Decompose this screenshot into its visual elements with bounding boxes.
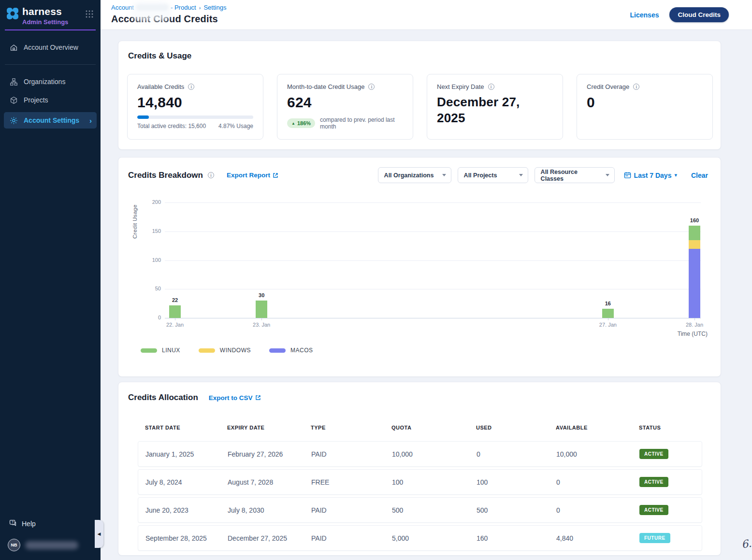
sidebar-bottom: ? Help NB — [0, 516, 101, 560]
col-expiry-date: EXPIRY DATE — [220, 425, 304, 431]
topbar-actions: Licenses Cloud Credits — [630, 7, 729, 22]
topbar: Account - Product › Settings Account Clo… — [101, 0, 752, 30]
col-used: USED — [469, 425, 549, 431]
status-badge: ACTIVE — [639, 477, 668, 487]
gridline — [165, 289, 701, 289]
x-tick-mark — [694, 318, 695, 320]
breadcrumb-product[interactable]: - Product — [171, 4, 196, 11]
breadcrumb[interactable]: Account - Product › Settings — [111, 4, 226, 11]
cell-quota: 10,000 — [385, 450, 469, 458]
sidebar-item-account-settings[interactable]: Account Settings › — [4, 112, 97, 129]
gear-icon — [9, 116, 18, 125]
sidebar-item-label: Account Settings — [24, 116, 79, 124]
info-icon[interactable] — [188, 84, 194, 90]
bar-total-label: 22 — [160, 297, 189, 303]
legend-swatch — [141, 348, 157, 353]
table-row[interactable]: June 20, 2023July 8, 2030PAID5005000ACTI… — [138, 497, 702, 523]
col-type: TYPE — [304, 425, 384, 431]
next-expiry-value: December 27, 2025 — [437, 94, 538, 127]
sidebar-collapse-handle[interactable]: ◀ — [95, 520, 103, 548]
breadcrumb-redacted — [136, 4, 168, 11]
export-csv-link[interactable]: Export to CSV — [209, 394, 261, 402]
help-button[interactable]: ? Help — [0, 516, 101, 532]
table-row[interactable]: September 28, 2025December 27, 2025PAID5… — [138, 525, 702, 551]
stat-mtd-usage: Month-to-date Credit Usage 624 ▲186% com… — [277, 74, 413, 140]
cloud-credits-button[interactable]: Cloud Credits — [669, 7, 729, 22]
info-icon[interactable] — [488, 84, 494, 90]
cell-used: 160 — [469, 534, 549, 542]
help-chat-icon: ? — [9, 519, 17, 529]
cell-expiry: February 27, 2026 — [220, 450, 304, 458]
cell-available: 0 — [549, 506, 632, 514]
bar-segment-linux[interactable] — [602, 309, 614, 318]
nav-divider — [5, 64, 96, 65]
bar-total-label: 30 — [247, 292, 276, 298]
bar-segment-linux[interactable] — [689, 226, 700, 240]
breadcrumb-account[interactable]: Account — [111, 4, 134, 11]
cube-icon — [9, 96, 18, 104]
sidebar-item-projects[interactable]: Projects — [0, 91, 101, 109]
trend-note: compared to prev. period last month — [320, 116, 403, 130]
credits-usage-title: Credits & Usage — [128, 51, 191, 61]
brand-row: harness Admin Settings — [0, 0, 101, 26]
help-label: Help — [22, 520, 36, 528]
sidebar-item-account-overview[interactable]: Account Overview — [0, 38, 101, 57]
user-name-redacted — [25, 541, 78, 549]
chart-x-axis-label: Time (UTC) — [678, 330, 708, 337]
cell-quota: 100 — [385, 478, 469, 486]
legend-item-macos[interactable]: MACOS — [269, 347, 313, 354]
harness-logo-icon — [6, 7, 19, 20]
cell-expiry: December 27, 2025 — [220, 534, 304, 542]
user-row[interactable]: NB — [0, 532, 101, 555]
stat-row: Available Credits 14,840 Total active cr… — [127, 74, 713, 140]
licenses-link[interactable]: Licenses — [630, 11, 659, 19]
sidebar-nav: Account Overview Organizations — [0, 38, 101, 129]
credit-overage-value: 0 — [587, 94, 703, 111]
table-row[interactable]: July 8, 2024August 7, 2028FREE1001000ACT… — [138, 469, 702, 495]
cell-expiry: July 8, 2030 — [220, 506, 304, 514]
sidebar: harness Admin Settings Account Overv — [0, 0, 101, 560]
y-tick-label: 50 — [143, 286, 161, 291]
bar-segment-macos[interactable] — [689, 249, 700, 318]
stat-available-credits: Available Credits 14,840 Total active cr… — [127, 74, 263, 140]
table-row[interactable]: January 1, 2025February 27, 2026PAID10,0… — [138, 441, 702, 467]
legend-label: MACOS — [290, 347, 313, 354]
info-icon[interactable] — [633, 84, 639, 90]
available-credits-value: 14,840 — [137, 94, 253, 111]
cell-used: 100 — [469, 478, 549, 486]
module-grid-icon[interactable] — [85, 10, 94, 18]
gridline — [165, 231, 701, 232]
cell-used: 500 — [469, 506, 549, 514]
svg-text:?: ? — [12, 520, 14, 524]
credits-usage-card: Credits & Usage Available Credits 14,840… — [118, 41, 721, 150]
bar-segment-linux[interactable] — [169, 305, 181, 318]
legend-item-windows[interactable]: WINDOWS — [199, 347, 251, 354]
info-icon[interactable] — [368, 84, 375, 90]
chart-legend: LINUXWINDOWSMACOS — [141, 347, 313, 354]
chart-y-axis-label: Credit Usage — [132, 204, 138, 239]
legend-item-linux[interactable]: LINUX — [141, 347, 180, 354]
external-link-icon — [255, 395, 261, 401]
bar-segment-windows[interactable] — [689, 240, 700, 249]
cell-start: January 1, 2025 — [138, 450, 220, 458]
allocation-table: START DATE EXPIRY DATE TYPE QUOTA USED A… — [138, 425, 702, 553]
table-body: January 1, 2025February 27, 2026PAID10,0… — [138, 441, 702, 551]
chart-plot: 0501001502002222. Jan3023. Jan1627. Jan1… — [165, 202, 701, 318]
credits-progress-fill — [137, 115, 149, 119]
page-title: Account Cloud Credits — [111, 14, 218, 25]
mtd-usage-value: 624 — [287, 94, 403, 111]
y-tick-label: 200 — [143, 199, 161, 205]
credits-breakdown-card: Credits Breakdown Export Report All Orga… — [118, 157, 721, 377]
cell-available: 0 — [549, 478, 632, 486]
cell-quota: 500 — [385, 506, 469, 514]
breadcrumb-settings[interactable]: Settings — [203, 4, 226, 11]
legend-swatch — [199, 348, 215, 353]
table-header-row: START DATE EXPIRY DATE TYPE QUOTA USED A… — [138, 425, 702, 431]
x-tick-label: 23. Jan — [240, 322, 283, 328]
bar-segment-linux[interactable] — [256, 301, 267, 318]
sidebar-item-organizations[interactable]: Organizations — [0, 72, 101, 91]
cell-type: PAID — [304, 506, 385, 514]
brand-name: harness — [22, 6, 85, 17]
status-badge: ACTIVE — [639, 505, 668, 515]
cell-start: September 28, 2025 — [138, 534, 220, 542]
